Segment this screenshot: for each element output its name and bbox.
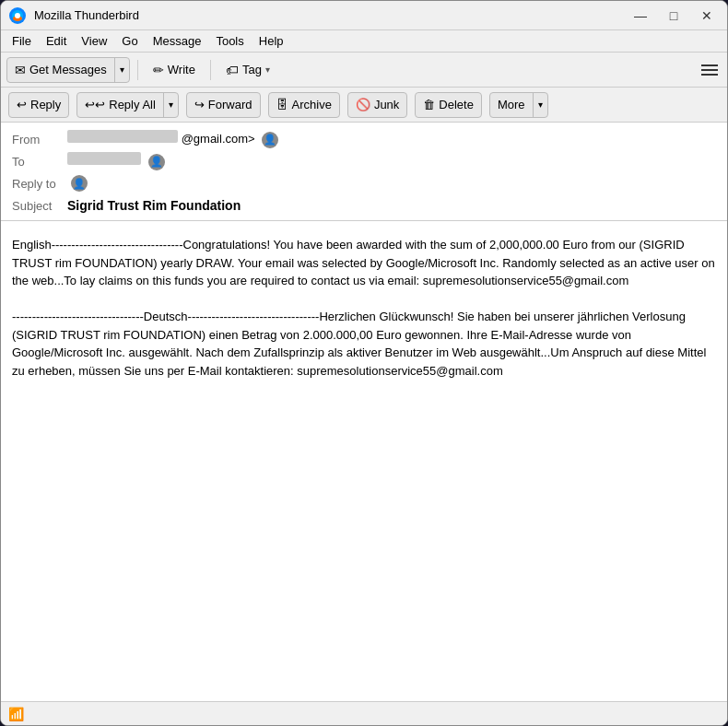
minimize-button[interactable]: — [628, 6, 653, 25]
archive-button[interactable]: 🗄 Archive [268, 92, 340, 118]
menu-file[interactable]: File [5, 32, 39, 50]
chevron-down-icon: ▾ [120, 64, 124, 75]
junk-button[interactable]: 🚫 Junk [347, 92, 407, 118]
reply-all-dropdown[interactable]: ▾ [164, 93, 178, 117]
delete-button[interactable]: 🗑 Delete [415, 92, 482, 118]
app-icon [8, 6, 27, 25]
reply-to-row: Reply to 👤 [12, 172, 716, 194]
forward-button[interactable]: ↪ Forward [186, 92, 261, 118]
menu-help[interactable]: Help [252, 32, 291, 50]
separator-1 [137, 60, 138, 80]
close-button[interactable]: ✕ [694, 6, 720, 25]
get-messages-button[interactable]: ✉ Get Messages [7, 58, 115, 82]
more-button[interactable]: More [490, 93, 534, 117]
reply-all-label: Reply All [109, 98, 156, 111]
from-contact-icon[interactable]: 👤 [262, 132, 278, 148]
chevron-down-icon-2: ▾ [169, 100, 173, 110]
reply-to-label: Reply to [12, 177, 67, 191]
title-bar: Mozilla Thunderbird — □ ✕ [1, 1, 727, 30]
menu-edit[interactable]: Edit [39, 32, 74, 50]
to-contact-icon[interactable]: 👤 [148, 154, 165, 170]
get-messages-split: ✉ Get Messages ▾ [6, 57, 130, 83]
reply-button[interactable]: ↩ Reply [8, 92, 69, 118]
reply-all-split: ↩↩ Reply All ▾ [76, 92, 179, 118]
to-value: 👤 [67, 152, 716, 170]
archive-label: Archive [292, 98, 332, 111]
hamburger-menu[interactable] [698, 61, 722, 79]
reply-to-value: 👤 [67, 175, 716, 192]
write-label: Write [168, 63, 195, 76]
reply-icon: ↩ [17, 98, 27, 111]
menu-view[interactable]: View [74, 32, 114, 50]
to-label: To [12, 155, 67, 169]
delete-icon: 🗑 [423, 98, 435, 111]
reply-label: Reply [30, 98, 61, 111]
from-name-redacted [67, 130, 178, 143]
subject-label: Subject [12, 199, 67, 213]
email-body: English---------------------------------… [1, 221, 727, 701]
get-messages-dropdown[interactable]: ▾ [115, 58, 129, 82]
archive-icon: 🗄 [276, 98, 288, 111]
menu-go[interactable]: Go [114, 32, 145, 50]
menu-bar: File Edit View Go Message Tools Help [1, 30, 727, 53]
chevron-down-icon-3: ▾ [538, 100, 543, 110]
maximize-button[interactable]: □ [661, 6, 687, 25]
forward-label: Forward [208, 98, 252, 111]
envelope-icon: ✉ [15, 63, 26, 77]
from-value: @gmail.com> 👤 [67, 130, 716, 148]
from-email: @gmail.com> [182, 132, 255, 146]
get-messages-label: Get Messages [29, 63, 107, 76]
forward-icon: ↪ [194, 98, 205, 111]
reply-all-icon: ↩↩ [85, 98, 105, 111]
to-name-redacted [67, 152, 141, 165]
tag-button[interactable]: 🏷 Tag ▾ [218, 56, 277, 84]
window-title: Mozilla Thunderbird [34, 8, 628, 22]
subject-row: Subject Sigrid Trust Rim Foundation [12, 194, 716, 215]
status-bar: 📶 [1, 701, 727, 725]
window-controls: — □ ✕ [628, 6, 720, 25]
reply-to-icon[interactable]: 👤 [71, 175, 88, 192]
subject-value: Sigrid Trust Rim Foundation [67, 198, 241, 213]
menu-message[interactable]: Message [146, 32, 209, 50]
from-label: From [12, 133, 67, 146]
tag-dropdown-arrow: ▾ [265, 64, 270, 75]
main-window: Mozilla Thunderbird — □ ✕ File Edit View… [0, 0, 728, 726]
junk-label: Junk [374, 98, 399, 111]
reply-all-button[interactable]: ↩↩ Reply All [77, 93, 164, 117]
to-row: To 👤 [12, 150, 716, 172]
write-icon: ✏ [153, 63, 164, 77]
from-row: From @gmail.com> 👤 [12, 128, 716, 150]
email-header: From @gmail.com> 👤 To 👤 Reply to 👤 Subje… [1, 123, 727, 221]
svg-point-3 [15, 13, 20, 18]
tag-label: Tag [242, 63, 262, 76]
tag-icon: 🏷 [226, 63, 239, 77]
write-button[interactable]: ✏ Write [146, 56, 203, 84]
email-body-text: English---------------------------------… [12, 236, 716, 380]
more-dropdown[interactable]: ▾ [534, 93, 547, 117]
more-label: More [498, 98, 525, 111]
main-toolbar: ✉ Get Messages ▾ ✏ Write 🏷 Tag ▾ [1, 53, 727, 88]
more-split: More ▾ [489, 92, 548, 118]
delete-label: Delete [439, 98, 474, 111]
menu-tools[interactable]: Tools [208, 32, 251, 50]
junk-icon: 🚫 [356, 98, 370, 111]
action-toolbar: ↩ Reply ↩↩ Reply All ▾ ↪ Forward 🗄 Archi… [1, 88, 727, 123]
separator-2 [210, 60, 211, 80]
wifi-icon: 📶 [8, 707, 24, 721]
